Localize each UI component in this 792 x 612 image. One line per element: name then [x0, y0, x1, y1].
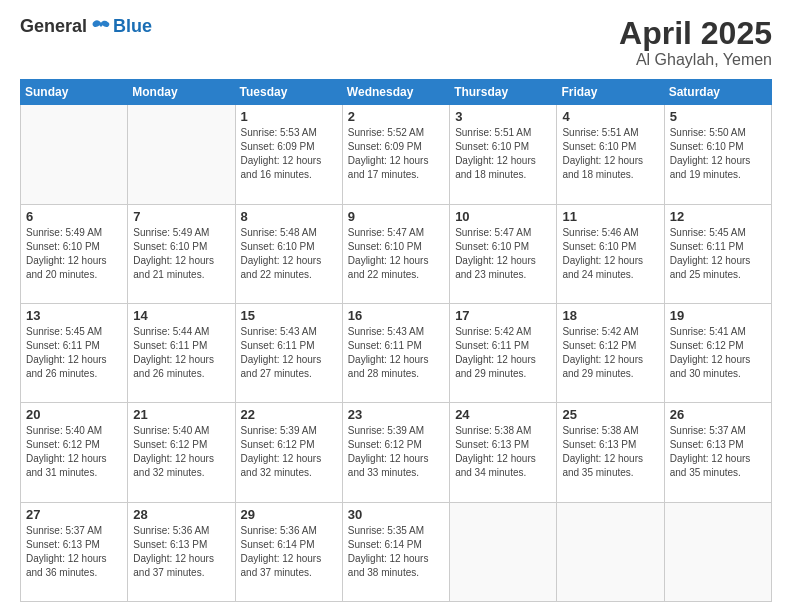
header-wednesday: Wednesday [342, 80, 449, 105]
calendar-cell [557, 502, 664, 601]
day-detail: Sunrise: 5:39 AMSunset: 6:12 PMDaylight:… [348, 424, 444, 480]
day-detail: Sunrise: 5:42 AMSunset: 6:11 PMDaylight:… [455, 325, 551, 381]
day-detail: Sunrise: 5:36 AMSunset: 6:14 PMDaylight:… [241, 524, 337, 580]
day-detail: Sunrise: 5:53 AMSunset: 6:09 PMDaylight:… [241, 126, 337, 182]
day-number: 18 [562, 308, 658, 323]
day-number: 28 [133, 507, 229, 522]
calendar-cell: 7Sunrise: 5:49 AMSunset: 6:10 PMDaylight… [128, 204, 235, 303]
calendar-table: Sunday Monday Tuesday Wednesday Thursday… [20, 79, 772, 602]
day-number: 20 [26, 407, 122, 422]
day-detail: Sunrise: 5:47 AMSunset: 6:10 PMDaylight:… [348, 226, 444, 282]
calendar-header-row: Sunday Monday Tuesday Wednesday Thursday… [21, 80, 772, 105]
calendar-cell: 15Sunrise: 5:43 AMSunset: 6:11 PMDayligh… [235, 303, 342, 402]
day-detail: Sunrise: 5:36 AMSunset: 6:13 PMDaylight:… [133, 524, 229, 580]
calendar-cell: 11Sunrise: 5:46 AMSunset: 6:10 PMDayligh… [557, 204, 664, 303]
day-detail: Sunrise: 5:39 AMSunset: 6:12 PMDaylight:… [241, 424, 337, 480]
day-number: 17 [455, 308, 551, 323]
page: General Blue April 2025 Al Ghaylah, Yeme… [0, 0, 792, 612]
day-number: 7 [133, 209, 229, 224]
day-number: 25 [562, 407, 658, 422]
header-tuesday: Tuesday [235, 80, 342, 105]
day-detail: Sunrise: 5:44 AMSunset: 6:11 PMDaylight:… [133, 325, 229, 381]
day-number: 3 [455, 109, 551, 124]
calendar-cell: 9Sunrise: 5:47 AMSunset: 6:10 PMDaylight… [342, 204, 449, 303]
day-number: 8 [241, 209, 337, 224]
day-number: 27 [26, 507, 122, 522]
title-block: April 2025 Al Ghaylah, Yemen [619, 16, 772, 69]
calendar-week-row: 20Sunrise: 5:40 AMSunset: 6:12 PMDayligh… [21, 403, 772, 502]
calendar-cell: 1Sunrise: 5:53 AMSunset: 6:09 PMDaylight… [235, 105, 342, 204]
calendar-cell: 28Sunrise: 5:36 AMSunset: 6:13 PMDayligh… [128, 502, 235, 601]
day-detail: Sunrise: 5:43 AMSunset: 6:11 PMDaylight:… [241, 325, 337, 381]
calendar-cell: 19Sunrise: 5:41 AMSunset: 6:12 PMDayligh… [664, 303, 771, 402]
day-number: 23 [348, 407, 444, 422]
day-detail: Sunrise: 5:40 AMSunset: 6:12 PMDaylight:… [26, 424, 122, 480]
logo-general-text: General [20, 16, 87, 37]
calendar-week-row: 1Sunrise: 5:53 AMSunset: 6:09 PMDaylight… [21, 105, 772, 204]
day-number: 15 [241, 308, 337, 323]
day-detail: Sunrise: 5:49 AMSunset: 6:10 PMDaylight:… [133, 226, 229, 282]
calendar-cell: 13Sunrise: 5:45 AMSunset: 6:11 PMDayligh… [21, 303, 128, 402]
calendar-cell: 2Sunrise: 5:52 AMSunset: 6:09 PMDaylight… [342, 105, 449, 204]
header-thursday: Thursday [450, 80, 557, 105]
logo-blue-text: Blue [113, 16, 152, 37]
calendar-cell: 10Sunrise: 5:47 AMSunset: 6:10 PMDayligh… [450, 204, 557, 303]
calendar-cell [128, 105, 235, 204]
calendar-cell: 25Sunrise: 5:38 AMSunset: 6:13 PMDayligh… [557, 403, 664, 502]
day-detail: Sunrise: 5:47 AMSunset: 6:10 PMDaylight:… [455, 226, 551, 282]
day-detail: Sunrise: 5:35 AMSunset: 6:14 PMDaylight:… [348, 524, 444, 580]
calendar-cell: 3Sunrise: 5:51 AMSunset: 6:10 PMDaylight… [450, 105, 557, 204]
calendar-cell: 18Sunrise: 5:42 AMSunset: 6:12 PMDayligh… [557, 303, 664, 402]
calendar-cell: 12Sunrise: 5:45 AMSunset: 6:11 PMDayligh… [664, 204, 771, 303]
header-friday: Friday [557, 80, 664, 105]
day-number: 16 [348, 308, 444, 323]
day-number: 4 [562, 109, 658, 124]
calendar-cell: 21Sunrise: 5:40 AMSunset: 6:12 PMDayligh… [128, 403, 235, 502]
day-number: 24 [455, 407, 551, 422]
calendar-cell: 17Sunrise: 5:42 AMSunset: 6:11 PMDayligh… [450, 303, 557, 402]
day-detail: Sunrise: 5:48 AMSunset: 6:10 PMDaylight:… [241, 226, 337, 282]
day-number: 2 [348, 109, 444, 124]
day-number: 22 [241, 407, 337, 422]
day-detail: Sunrise: 5:37 AMSunset: 6:13 PMDaylight:… [26, 524, 122, 580]
day-number: 9 [348, 209, 444, 224]
calendar-cell: 5Sunrise: 5:50 AMSunset: 6:10 PMDaylight… [664, 105, 771, 204]
calendar-cell: 24Sunrise: 5:38 AMSunset: 6:13 PMDayligh… [450, 403, 557, 502]
calendar-cell: 14Sunrise: 5:44 AMSunset: 6:11 PMDayligh… [128, 303, 235, 402]
calendar-week-row: 27Sunrise: 5:37 AMSunset: 6:13 PMDayligh… [21, 502, 772, 601]
day-number: 21 [133, 407, 229, 422]
calendar-cell [21, 105, 128, 204]
logo: General Blue [20, 16, 152, 37]
day-number: 5 [670, 109, 766, 124]
day-number: 29 [241, 507, 337, 522]
calendar-week-row: 6Sunrise: 5:49 AMSunset: 6:10 PMDaylight… [21, 204, 772, 303]
header: General Blue April 2025 Al Ghaylah, Yeme… [20, 16, 772, 69]
day-number: 13 [26, 308, 122, 323]
day-detail: Sunrise: 5:42 AMSunset: 6:12 PMDaylight:… [562, 325, 658, 381]
day-number: 30 [348, 507, 444, 522]
calendar-cell: 20Sunrise: 5:40 AMSunset: 6:12 PMDayligh… [21, 403, 128, 502]
header-saturday: Saturday [664, 80, 771, 105]
calendar-location: Al Ghaylah, Yemen [619, 51, 772, 69]
calendar-cell: 27Sunrise: 5:37 AMSunset: 6:13 PMDayligh… [21, 502, 128, 601]
calendar-cell: 4Sunrise: 5:51 AMSunset: 6:10 PMDaylight… [557, 105, 664, 204]
header-sunday: Sunday [21, 80, 128, 105]
day-detail: Sunrise: 5:38 AMSunset: 6:13 PMDaylight:… [562, 424, 658, 480]
day-number: 14 [133, 308, 229, 323]
day-detail: Sunrise: 5:46 AMSunset: 6:10 PMDaylight:… [562, 226, 658, 282]
calendar-cell [450, 502, 557, 601]
day-detail: Sunrise: 5:50 AMSunset: 6:10 PMDaylight:… [670, 126, 766, 182]
day-number: 26 [670, 407, 766, 422]
day-detail: Sunrise: 5:45 AMSunset: 6:11 PMDaylight:… [26, 325, 122, 381]
day-detail: Sunrise: 5:43 AMSunset: 6:11 PMDaylight:… [348, 325, 444, 381]
day-detail: Sunrise: 5:51 AMSunset: 6:10 PMDaylight:… [562, 126, 658, 182]
calendar-cell: 16Sunrise: 5:43 AMSunset: 6:11 PMDayligh… [342, 303, 449, 402]
calendar-cell: 23Sunrise: 5:39 AMSunset: 6:12 PMDayligh… [342, 403, 449, 502]
day-detail: Sunrise: 5:41 AMSunset: 6:12 PMDaylight:… [670, 325, 766, 381]
calendar-title: April 2025 [619, 16, 772, 51]
day-detail: Sunrise: 5:38 AMSunset: 6:13 PMDaylight:… [455, 424, 551, 480]
day-number: 1 [241, 109, 337, 124]
calendar-cell: 22Sunrise: 5:39 AMSunset: 6:12 PMDayligh… [235, 403, 342, 502]
day-number: 19 [670, 308, 766, 323]
day-number: 6 [26, 209, 122, 224]
